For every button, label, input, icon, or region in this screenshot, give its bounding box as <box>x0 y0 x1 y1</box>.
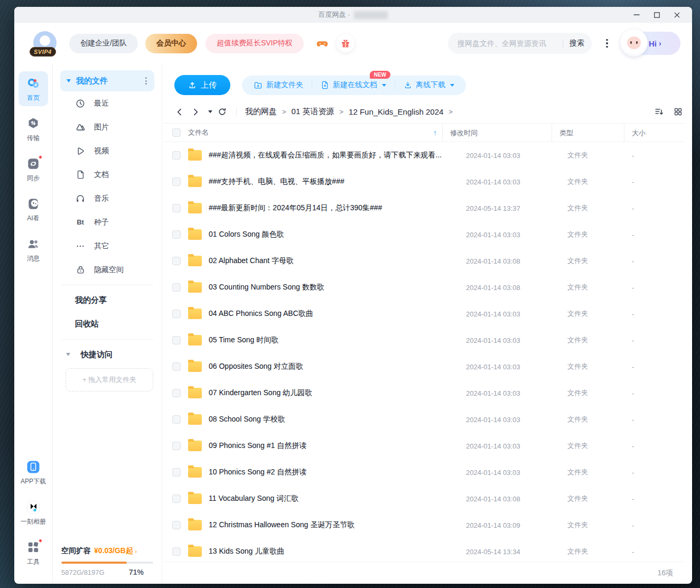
sidebar-item-quick-access[interactable]: 快捷访问 <box>60 343 154 366</box>
file-name[interactable]: 05 Time Song 时间歌 <box>209 335 285 345</box>
sidebar-item-videos[interactable]: 视频 <box>60 139 154 163</box>
row-checkbox[interactable] <box>172 389 181 397</box>
collapse-triangle-icon[interactable] <box>67 79 71 82</box>
gift-icon[interactable] <box>337 34 354 52</box>
sidebar-item-recycle-bin[interactable]: 回收站 <box>60 312 154 336</box>
table-row[interactable]: 03 Counting Numbers Song 数数歌2024-01-14 0… <box>164 274 685 301</box>
game-icon[interactable] <box>313 34 331 52</box>
table-row[interactable]: ###最新更新时间：2024年05月14日，总计390集###2024-05-1… <box>164 195 685 221</box>
upload-button[interactable]: 上传 <box>174 75 230 95</box>
storage-expand-link[interactable]: 空间扩容 ¥0.03/GB起 › <box>61 546 153 556</box>
row-checkbox[interactable] <box>172 204 181 212</box>
close-button[interactable] <box>667 7 687 23</box>
column-modified[interactable]: 修改时间 <box>450 129 478 137</box>
file-name[interactable]: 12 Christmas Halloween Song 圣诞万圣节歌 <box>209 520 361 530</box>
table-row[interactable]: 02 Alphabet Chant 字母歌2024-01-14 03:08文件夹… <box>164 248 685 274</box>
column-size[interactable]: 大小 <box>632 129 646 137</box>
file-name[interactable]: 11 Vocabulary Song 词汇歌 <box>209 494 305 503</box>
table-row[interactable]: 10 Phonics Song #2 自然拼读2024-01-14 03:03文… <box>164 459 685 486</box>
table-row[interactable]: 04 ABC Phonics Song ABC歌曲2024-01-14 03:0… <box>164 301 685 327</box>
table-row[interactable]: 12 Christmas Halloween Song 圣诞万圣节歌2024-0… <box>164 512 685 538</box>
new-folder-button[interactable]: 新建文件夹 <box>245 76 312 95</box>
search-box[interactable]: 搜索 <box>448 33 592 54</box>
history-dropdown-caret[interactable] <box>207 110 212 113</box>
file-name[interactable]: ###最新更新时间：2024年05月14日，总计390集### <box>209 203 388 213</box>
row-checkbox[interactable] <box>172 310 181 318</box>
table-row[interactable]: 01 Colors Song 颜色歌2024-01-14 03:03文件夹- <box>164 221 685 248</box>
file-name[interactable]: 13 Kids Song 儿童歌曲 <box>209 547 291 556</box>
create-team-button[interactable]: 创建企业/团队 <box>69 34 138 53</box>
sidebar-item-my-files[interactable]: 我的文件 <box>60 70 154 91</box>
row-checkbox[interactable] <box>172 415 181 424</box>
row-checkbox[interactable] <box>172 178 181 186</box>
table-row[interactable]: 06 Opposites Song 对立面歌2024-01-14 03:03文件… <box>164 353 685 380</box>
sidebar-item-music[interactable]: 音乐 <box>60 186 154 210</box>
file-name[interactable]: 03 Counting Numbers Song 数数歌 <box>209 283 331 292</box>
row-checkbox[interactable] <box>172 283 181 292</box>
user-avatar-pill[interactable]: Hi › <box>621 32 680 55</box>
maximize-button[interactable] <box>647 7 667 23</box>
rail-item-photo-album[interactable]: 一刻相册 <box>18 495 48 530</box>
section-more-icon[interactable] <box>143 75 149 87</box>
grid-view-icon[interactable] <box>674 107 683 116</box>
refresh-button[interactable] <box>218 107 227 116</box>
rail-item-tools[interactable]: 工具 <box>18 535 48 570</box>
table-row[interactable]: 11 Vocabulary Song 词汇歌2024-01-14 03:08文件… <box>164 486 685 512</box>
back-button[interactable] <box>175 108 184 116</box>
account-avatar[interactable]: SVIP4 <box>33 31 58 55</box>
file-name[interactable]: 10 Phonics Song #2 自然拼读 <box>209 468 313 477</box>
file-name[interactable]: 08 School Song 学校歌 <box>209 415 292 424</box>
search-input[interactable] <box>458 39 556 48</box>
rail-item-app-download[interactable]: APP下载 <box>18 455 48 490</box>
forward-button[interactable] <box>191 108 200 116</box>
rail-item-ai-view[interactable]: AI看 <box>18 192 48 227</box>
file-name[interactable]: 06 Opposites Song 对立面歌 <box>209 362 310 371</box>
file-name[interactable]: 04 ABC Phonics Song ABC歌曲 <box>209 309 320 319</box>
rail-item-messages[interactable]: 消息 <box>18 232 48 267</box>
more-menu-icon[interactable] <box>600 33 614 54</box>
sort-order-icon[interactable] <box>654 107 664 117</box>
rail-item-sync[interactable]: 同步 <box>18 152 48 186</box>
table-row[interactable]: ###支持手机、电脑、电视、平板播放###2024-01-14 03:03文件夹… <box>164 169 685 195</box>
row-checkbox[interactable] <box>172 257 181 265</box>
svip-renew-promo-button[interactable]: 超值续费延长SVIP特权 <box>206 34 304 53</box>
row-checkbox[interactable] <box>172 362 181 371</box>
breadcrumb-dropdown-chevron[interactable]: > <box>449 108 453 116</box>
file-name[interactable]: ###支持手机、电脑、电视、平板播放### <box>209 177 351 186</box>
file-name[interactable]: 01 Colors Song 颜色歌 <box>209 230 290 239</box>
sidebar-item-documents[interactable]: 文档 <box>60 163 154 186</box>
table-row[interactable]: 09 Phonics Song #1 自然拼读2024-01-14 03:03文… <box>164 433 685 459</box>
table-row[interactable]: 08 School Song 学校歌2024-01-14 03:03文件夹- <box>164 406 685 433</box>
sidebar-item-images[interactable]: 图片 <box>60 115 154 139</box>
sidebar-item-hidden-space[interactable]: 隐藏空间 <box>60 258 154 282</box>
row-checkbox[interactable] <box>172 336 181 344</box>
row-checkbox[interactable] <box>172 547 181 556</box>
table-row[interactable]: ###超清视频，在线观看会压缩画质，如果要画质好，请下载下来观看...2024-… <box>164 142 685 169</box>
rail-item-home[interactable]: 首页 <box>18 71 48 106</box>
row-checkbox[interactable] <box>172 494 181 503</box>
row-checkbox[interactable] <box>172 442 181 450</box>
sidebar-item-torrents[interactable]: Bt 种子 <box>60 210 154 234</box>
table-row[interactable]: 05 Time Song 时间歌2024-01-14 03:03文件夹- <box>164 327 685 353</box>
member-center-button[interactable]: 会员中心 <box>145 34 197 53</box>
row-checkbox[interactable] <box>172 521 181 529</box>
table-row[interactable]: 07 Kindergarten Song 幼儿园歌2024-01-14 03:0… <box>164 380 685 406</box>
collapse-triangle-icon[interactable] <box>66 353 70 356</box>
search-button[interactable]: 搜索 <box>570 39 584 48</box>
breadcrumb-item[interactable]: 我的网盘 <box>245 107 277 117</box>
column-type[interactable]: 类型 <box>559 129 573 137</box>
sidebar-item-others[interactable]: 其它 <box>60 234 154 258</box>
sidebar-item-recent[interactable]: 最近 <box>60 91 154 115</box>
row-checkbox[interactable] <box>172 468 181 477</box>
row-checkbox[interactable] <box>172 151 181 160</box>
title-bar[interactable]: 百度网盘 · <box>14 7 692 23</box>
file-name[interactable]: ###超清视频，在线观看会压缩画质，如果要画质好，请下载下来观看... <box>209 151 448 160</box>
offline-download-button[interactable]: 离线下载 <box>395 76 463 95</box>
minimize-button[interactable] <box>627 7 647 23</box>
sort-asc-icon[interactable]: ↑ <box>433 128 437 137</box>
file-name[interactable]: 02 Alphabet Chant 字母歌 <box>209 256 300 266</box>
breadcrumb-item[interactable]: 01 英语资源 <box>292 107 334 117</box>
column-name[interactable]: 文件名 <box>188 128 209 137</box>
file-name[interactable]: 09 Phonics Song #1 自然拼读 <box>209 441 313 451</box>
select-all-checkbox[interactable] <box>172 128 181 137</box>
